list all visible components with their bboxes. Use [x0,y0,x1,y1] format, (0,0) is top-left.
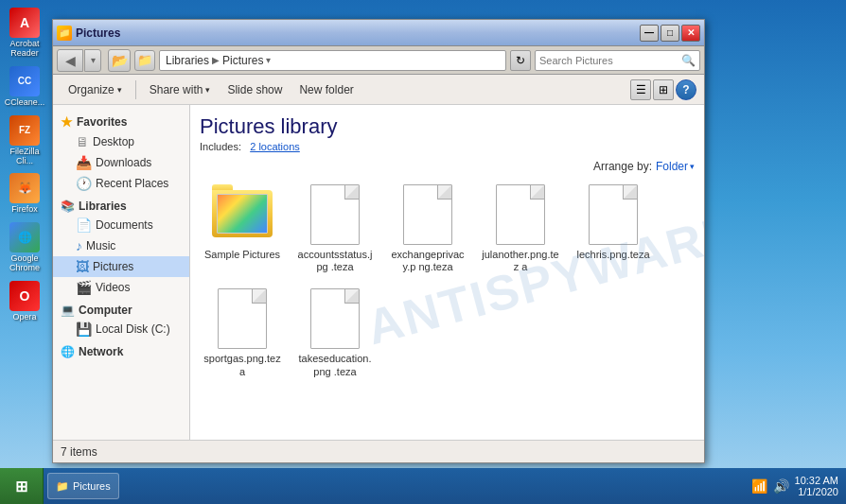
new-folder-button[interactable]: New folder [291,78,361,101]
firefox-label: Firefox [11,205,38,215]
exchangeprivacy-file-icon [403,184,452,245]
file-item-accountsstatus[interactable]: accountsstatus.jpg .teza [292,181,378,277]
up-button[interactable]: 📂 [108,49,131,72]
julanother-file-icon [496,184,545,245]
sidebar-item-local-disk[interactable]: 💾 Local Disk (C:) [53,319,189,339]
file-item-julanother[interactable]: julanother.png.tez a [478,181,563,277]
computer-header[interactable]: 💻 Computer [53,302,189,319]
filezilla-icon[interactable]: FZ FileZilla Cli... [1,113,48,169]
organize-button[interactable]: Organize ▾ [61,78,130,101]
sidebar-item-downloads[interactable]: 📥 Downloads [53,152,189,173]
favorites-label: Favorites [77,115,127,129]
view-small-button[interactable]: ☰ [630,79,651,100]
lechris-label: lechris.png.teza [576,249,649,261]
downloads-label: Downloads [96,156,151,169]
libraries-header[interactable]: 📚 Libraries [53,198,189,215]
pictures-icon: 🖼 [76,259,89,274]
desktop-label: Desktop [93,135,134,148]
network-tray-icon: 📶 [751,478,767,494]
sidebar-item-recent-places[interactable]: 🕐 Recent Places [53,173,189,194]
clock-date: 1/1/2020 [795,486,838,497]
sidebar-item-music[interactable]: ♪ Music [53,235,189,256]
ccleaner-icon[interactable]: CC CCleane... [1,63,48,111]
sidebar: ★ Favorites 🖥 Desktop 📥 Downloads 🕐 Rece… [53,105,190,440]
search-input[interactable] [539,55,679,66]
filezilla-label: FileZilla Cli... [3,148,46,166]
sidebar-item-desktop[interactable]: 🖥 Desktop [53,131,189,152]
libraries-label: Libraries [79,200,127,213]
firefox-icon[interactable]: 🦊 Firefox [1,170,48,217]
title-bar-icon: 📁 [57,26,72,41]
chrome-icon-img: 🌐 [9,222,40,252]
arrange-select[interactable]: Folder ▾ [656,160,695,173]
minimize-button[interactable]: — [640,25,659,42]
search-box[interactable]: 🔍 [535,50,700,71]
file-item-lechris[interactable]: lechris.png.teza [571,181,656,277]
view-large-button[interactable]: ⊞ [653,79,674,100]
items-count: 7 items [61,445,97,459]
ccleaner-icon-img: CC [9,66,40,96]
system-tray: 📶 🔊 10:32 AM 1/1/2020 [744,475,846,497]
breadcrumb-sep2: ▾ [266,55,271,65]
ccleaner-label: CCleane... [5,98,45,108]
acrobat-reader-icon[interactable]: A Acrobat Reader [1,5,48,61]
recent-places-label: Recent Places [96,177,168,190]
breadcrumb-libraries: Libraries [166,54,209,67]
lechris-icon [583,184,643,245]
file-item-sample-pictures[interactable]: Sample Pictures [200,181,285,277]
start-button[interactable]: ⊞ [0,468,44,504]
opera-icon-img: O [9,281,40,311]
organize-label: Organize [68,83,115,96]
pictures-label: Pictures [93,260,133,273]
search-icon: 🔍 [681,54,696,67]
sample-pictures-icon [212,184,273,245]
file-item-sportgas[interactable]: sportgas.png.teza [200,285,285,381]
accountsstatus-icon [305,184,365,245]
sidebar-item-videos[interactable]: 🎬 Videos [53,277,189,298]
favorites-header[interactable]: ★ Favorites [53,113,189,131]
desktop-folder-icon: 🖥 [76,134,89,149]
content-header: Pictures library Includes: 2 locations [200,114,695,152]
forward-button[interactable]: ▾ [84,49,101,72]
slide-show-label: Slide show [227,83,282,96]
maximize-button[interactable]: □ [661,25,679,42]
network-label: Network [79,345,123,358]
help-button[interactable]: ? [676,79,696,100]
exchangeprivacy-label: exchangeprivacy.p ng.teza [389,249,467,273]
breadcrumb-bar[interactable]: Libraries ▶ Pictures ▾ [159,50,506,71]
toolbar: Organize ▾ Share with ▾ Slide show New f… [53,75,704,105]
network-header[interactable]: 🌐 Network [53,343,189,360]
slide-show-button[interactable]: Slide show [220,78,290,101]
computer-label: Computer [79,304,132,317]
sidebar-item-documents[interactable]: 📄 Documents [53,215,189,235]
refresh-button[interactable]: ↻ [510,50,531,71]
favorites-star-icon: ★ [61,114,73,130]
favorites-section: ★ Favorites 🖥 Desktop 📥 Downloads 🕐 Rece… [53,113,189,194]
share-arrow: ▾ [205,85,210,95]
sidebar-item-pictures[interactable]: 🖼 Pictures [53,256,189,277]
taskbar-pictures-label: Pictures [73,480,111,492]
opera-icon[interactable]: O Opera [1,278,48,325]
volume-tray-icon: 🔊 [773,478,789,494]
takeseducation-file-icon [310,288,360,349]
organize-arrow: ▾ [117,85,122,95]
arrange-chevron-icon: ▾ [690,162,695,171]
close-button[interactable]: ✕ [681,25,700,42]
chrome-icon[interactable]: 🌐 Google Chrome [1,219,48,276]
opera-label: Opera [12,313,36,322]
folder-nav-icon[interactable]: 📁 [134,50,155,71]
taskbar-pictures-item[interactable]: 📁 Pictures [47,473,119,499]
arrange-bar: Arrange by: Folder ▾ [200,160,695,173]
firefox-icon-img: 🦊 [9,173,40,203]
file-item-exchangeprivacy[interactable]: exchangeprivacy.p ng.teza [385,181,470,277]
content-area: ANTISPYWARE.C Pictures library Includes:… [190,105,704,440]
start-label: ⊞ [15,478,27,495]
arrange-label: Arrange by: [593,160,652,173]
share-with-button[interactable]: Share with ▾ [142,78,219,101]
computer-section: 💻 Computer 💾 Local Disk (C:) [53,302,189,339]
accountsstatus-label: accountsstatus.jpg .teza [296,249,374,273]
sportgas-icon [212,288,273,349]
file-item-takeseducation[interactable]: takeseducation.png .teza [292,285,378,381]
recent-places-icon: 🕐 [76,176,92,191]
back-button[interactable]: ◀ [57,49,83,72]
